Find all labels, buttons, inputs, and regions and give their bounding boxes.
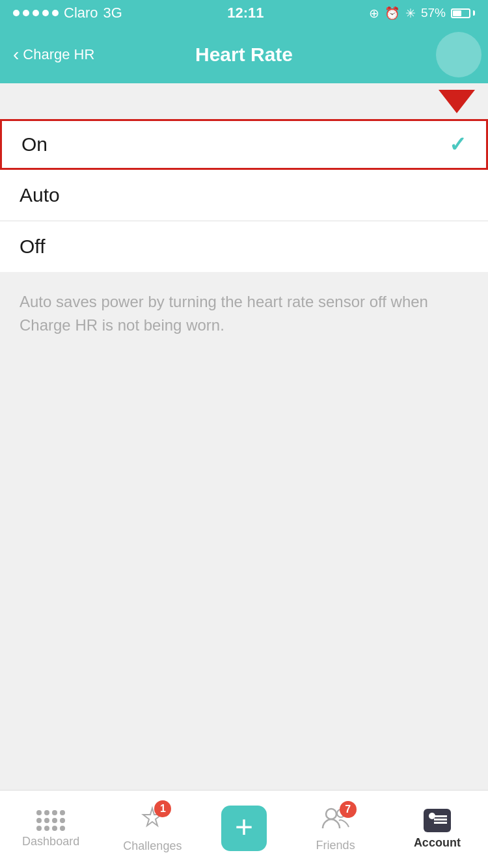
tab-account-label: Account (414, 836, 461, 850)
tab-dashboard[interactable]: Dashboard (0, 810, 102, 848)
tab-dashboard-label: Dashboard (22, 835, 79, 848)
option-on-label: On (21, 133, 47, 156)
description-text: Auto saves power by turning the heart ra… (0, 272, 488, 355)
tab-friends-label: Friends (316, 839, 355, 852)
signal-dots (13, 10, 59, 16)
lock-icon: ⊕ (369, 6, 379, 21)
down-arrow-icon (439, 90, 475, 113)
account-icon (424, 809, 451, 832)
time-label: 12:11 (227, 5, 264, 21)
back-label: Charge HR (23, 46, 94, 63)
carrier-label: Claro (64, 5, 98, 21)
dashboard-icon (36, 810, 65, 831)
friends-icon: 7 (321, 806, 350, 835)
challenges-icon: 1 (140, 806, 165, 835)
bluetooth-icon: ✳ (405, 6, 416, 21)
battery-icon (451, 8, 475, 18)
tab-friends[interactable]: 7 Friends (285, 806, 386, 852)
options-list: On ✓ Auto Off (0, 119, 488, 272)
option-off-label: Off (20, 236, 45, 258)
option-on[interactable]: On ✓ (0, 119, 488, 170)
battery-label: 57% (421, 6, 446, 20)
header: ‹ Charge HR Heart Rate (0, 26, 488, 83)
status-bar: Claro 3G 12:11 ⊕ ⏰ ✳ 57% (0, 0, 488, 26)
tab-add[interactable]: + (204, 806, 285, 854)
alarm-icon: ⏰ (385, 6, 400, 21)
plus-icon: + (235, 811, 253, 843)
back-button[interactable]: ‹ Charge HR (13, 44, 94, 65)
option-auto-label: Auto (20, 184, 60, 206)
tab-challenges[interactable]: 1 Challenges (102, 806, 203, 853)
svg-point-0 (326, 809, 336, 819)
tab-challenges-label: Challenges (123, 839, 182, 853)
arrow-container (0, 83, 488, 119)
tab-account[interactable]: Account (386, 809, 488, 850)
add-button[interactable]: + (221, 806, 267, 851)
challenges-badge: 1 (154, 800, 171, 817)
status-left: Claro 3G (13, 5, 122, 21)
page-title: Heart Rate (195, 44, 293, 66)
friends-badge: 7 (340, 801, 357, 818)
checkmark-icon: ✓ (449, 132, 467, 157)
tab-bar: Dashboard 1 Challenges + 7 Friends (0, 790, 488, 868)
avatar (436, 32, 481, 77)
back-chevron-icon: ‹ (13, 44, 19, 65)
account-icon-box (424, 809, 451, 832)
status-right: ⊕ ⏰ ✳ 57% (369, 6, 475, 21)
option-off[interactable]: Off (0, 221, 488, 272)
option-auto[interactable]: Auto (0, 170, 488, 221)
network-label: 3G (103, 5, 122, 21)
